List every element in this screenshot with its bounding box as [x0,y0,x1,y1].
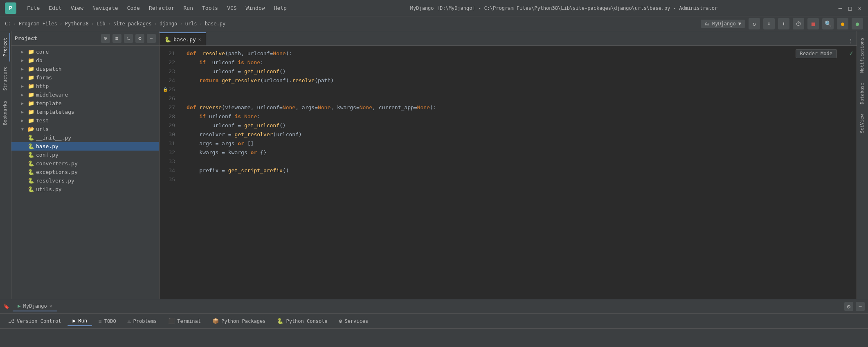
tree-item-templatetags[interactable]: ▶ 📁 templatetags [11,108,159,116]
add-folder-icon[interactable]: ⊕ [101,34,110,43]
line-num-27: 27 [160,103,175,112]
update-icon[interactable]: ● [837,18,848,29]
tab-python-packages[interactable]: 📦 Python Packages [207,316,270,326]
settings-icon[interactable]: ● [852,18,863,29]
problems-icon: ⚠ [128,318,131,324]
tree-label: __init__.py [36,135,71,141]
sidebar-item-database[interactable]: Database [858,78,867,109]
menu-tools[interactable]: Tools [198,3,222,13]
minimize-panel-icon[interactable]: − [856,302,865,311]
tree-item-template[interactable]: ▶ 📁 template [11,99,159,108]
tab-label: Services [344,318,368,324]
tree-item-init[interactable]: 🐍 __init__.py [11,133,159,142]
sidebar-item-project[interactable]: Project [1,33,10,61]
project-selector[interactable]: 🗂 MyDjango ▼ [701,20,745,28]
line-numbers: 21 22 23 24 🔒25 26 27 28 29 30 31 32 33 … [160,46,180,299]
tab-run[interactable]: ▶ Run [67,316,92,326]
run-bar-actions: ⚙ − [844,302,865,311]
breadcrumb-lib[interactable]: Lib [97,21,106,27]
menu-code[interactable]: Code [123,3,144,13]
editor-tab-bar: 🐍 base.py ✕ ⋮ [160,31,857,46]
more-tabs-icon[interactable]: ⋮ [848,38,853,44]
tree-item-utilspy[interactable]: 🐍 utils.py [11,185,159,194]
line-num-22: 22 [160,58,175,67]
menu-edit[interactable]: Edit [45,3,65,13]
folder-icon: 📁 [28,92,34,98]
menu-view[interactable]: View [67,3,88,13]
sidebar-item-sciview[interactable]: SciView [858,109,867,138]
reader-mode-button[interactable]: Reader Mode [796,49,837,58]
folder-icon: 📁 [28,66,34,72]
breadcrumb-programfiles[interactable]: Program Files [19,21,57,27]
chevron-right-icon: ▶ [21,75,26,80]
menu-navigate[interactable]: Navigate [88,3,122,13]
history-icon[interactable]: ⏱ [793,18,804,29]
breadcrumb-sitepackages[interactable]: site-packages [113,21,152,27]
tab-python-console[interactable]: 🐍 Python Console [272,316,332,326]
tab-label: Problems [133,318,157,324]
menu-run[interactable]: Run [180,3,197,13]
breadcrumb-python38[interactable]: Python38 [65,21,89,27]
tree-item-converterspy[interactable]: 🐍 converters.py [11,159,159,168]
tree-item-exceptionspy[interactable]: 🐍 exceptions.py [11,168,159,176]
tab-terminal[interactable]: ⬛ Terminal [163,316,206,326]
sort-icon[interactable]: ⇅ [124,34,133,43]
tree-item-dispatch[interactable]: ▶ 📁 dispatch [11,65,159,73]
sidebar-item-structure[interactable]: Structure [1,61,10,96]
tree-item-db[interactable]: ▶ 📁 db [11,56,159,65]
tab-todo[interactable]: ≡ TODO [94,316,121,326]
file-tree: Project ⊕ ≡ ⇅ ⚙ − ▶ 📁 core ▶ 📁 db [11,31,160,299]
line-num-32: 32 [160,148,175,157]
tree-item-forms[interactable]: ▶ 📁 forms [11,73,159,82]
tree-item-resolverspy[interactable]: 🐍 resolvers.py [11,176,159,185]
breadcrumb-c[interactable]: C: [5,21,11,27]
menu-refactor[interactable]: Refactor [145,3,179,13]
tab-close-icon[interactable]: ✕ [198,37,201,42]
sync-icon[interactable]: ↻ [749,18,760,29]
menu-window[interactable]: Window [242,3,269,13]
sidebar-item-bookmarks[interactable]: Bookmarks [1,96,10,130]
tree-close-icon[interactable]: − [147,34,156,43]
tree-label: middleware [36,92,68,98]
chevron-right-icon: ▶ [21,50,26,54]
tree-label: http [36,83,49,89]
title-bar-left: P File Edit View Navigate Code Refactor … [5,2,291,14]
close-button[interactable]: ✕ [857,5,863,11]
breadcrumb-urls[interactable]: urls [185,21,197,27]
menu-vcs[interactable]: VCS [223,3,241,13]
maximize-button[interactable]: □ [847,5,853,11]
sidebar-item-notifications[interactable]: Notifications [858,33,867,78]
tab-basepy[interactable]: 🐍 base.py ✕ [160,32,206,45]
line-num-24: 24 [160,76,175,85]
stop-icon[interactable]: ■ [807,18,819,29]
tree-settings-icon[interactable]: ⚙ [135,34,144,43]
tab-label: TODO [104,318,116,324]
settings-run-icon[interactable]: ⚙ [844,302,853,311]
tree-item-test[interactable]: ▶ 📁 test [11,116,159,125]
tree-item-urls[interactable]: ▼ 📂 urls [11,125,159,133]
run-close-icon[interactable]: ✕ [49,303,52,309]
minimize-button[interactable]: ─ [837,5,843,11]
menu-file[interactable]: File [23,3,44,13]
folder-icon: 📁 [28,57,34,63]
breadcrumb-django[interactable]: django [160,21,177,27]
tree-item-confpy[interactable]: 🐍 conf.py [11,151,159,159]
tab-services[interactable]: ⚙ Services [334,316,373,326]
code-editor[interactable]: def resolve(path, urlconf=None): if urlc… [180,46,857,299]
download-icon[interactable]: ⬇ [763,18,775,29]
tree-label: urls [36,126,49,132]
tree-item-middleware[interactable]: ▶ 📁 middleware [11,90,159,99]
menu-help[interactable]: Help [270,3,291,13]
breadcrumb-basepy[interactable]: base.py [205,21,226,27]
python-file-icon: 🐍 [28,143,34,149]
search-icon[interactable]: 🔍 [822,18,834,29]
upload-icon[interactable]: ⬆ [778,18,789,29]
collapse-all-icon[interactable]: ≡ [112,34,121,43]
tree-item-core[interactable]: ▶ 📁 core [11,47,159,56]
tab-problems[interactable]: ⚠ Problems [123,316,162,326]
code-container[interactable]: 21 22 23 24 🔒25 26 27 28 29 30 31 32 33 … [160,46,857,299]
run-tab[interactable]: ▶ MyDjango ✕ [13,301,57,311]
tree-item-basepy[interactable]: 🐍 base.py [11,142,159,151]
tab-version-control[interactable]: ⎇ Version Control [3,316,66,326]
tree-item-http[interactable]: ▶ 📁 http [11,82,159,90]
